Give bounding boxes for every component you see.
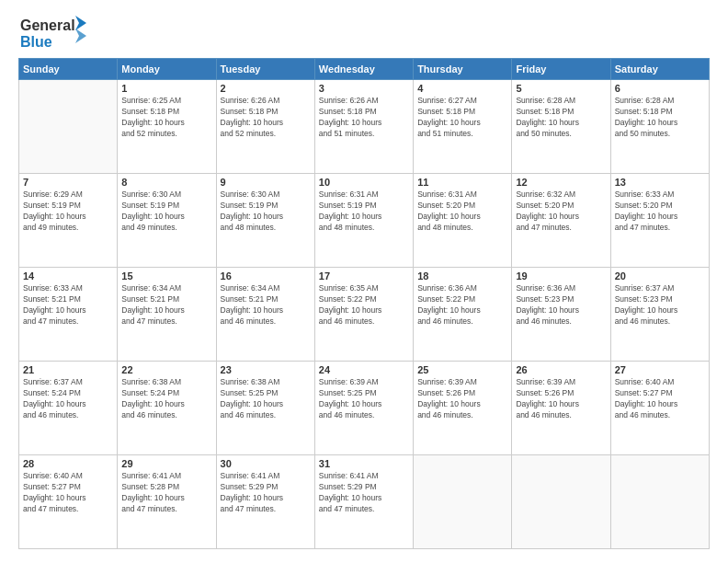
calendar-day-cell: 11Sunrise: 6:31 AM Sunset: 5:20 PM Dayli… <box>414 174 512 268</box>
day-info: Sunrise: 6:39 AM Sunset: 5:26 PM Dayligh… <box>516 377 606 421</box>
day-number: 27 <box>615 364 705 375</box>
calendar-week-row: 21Sunrise: 6:37 AM Sunset: 5:24 PM Dayli… <box>19 362 710 455</box>
day-info: Sunrise: 6:35 AM Sunset: 5:22 PM Dayligh… <box>319 283 409 327</box>
calendar-day-cell: 18Sunrise: 6:36 AM Sunset: 5:22 PM Dayli… <box>414 268 512 362</box>
calendar-day-cell: 13Sunrise: 6:33 AM Sunset: 5:20 PM Dayli… <box>610 174 709 268</box>
calendar-day-cell <box>414 455 512 549</box>
calendar-day-cell: 14Sunrise: 6:33 AM Sunset: 5:21 PM Dayli… <box>19 268 118 362</box>
logo-svg: GeneralBlue <box>18 14 92 51</box>
svg-text:General: General <box>20 17 75 33</box>
calendar-day-cell: 20Sunrise: 6:37 AM Sunset: 5:23 PM Dayli… <box>610 268 709 362</box>
calendar-day-cell: 4Sunrise: 6:27 AM Sunset: 5:18 PM Daylig… <box>414 80 512 174</box>
day-number: 28 <box>23 458 113 469</box>
day-info: Sunrise: 6:40 AM Sunset: 5:27 PM Dayligh… <box>615 377 705 421</box>
day-info: Sunrise: 6:26 AM Sunset: 5:18 PM Dayligh… <box>319 96 409 140</box>
day-info: Sunrise: 6:38 AM Sunset: 5:25 PM Dayligh… <box>221 377 311 421</box>
day-number: 17 <box>319 270 409 282</box>
day-info: Sunrise: 6:31 AM Sunset: 5:19 PM Dayligh… <box>319 190 409 234</box>
calendar-day-cell: 21Sunrise: 6:37 AM Sunset: 5:24 PM Dayli… <box>19 362 118 455</box>
calendar-header-row: SundayMondayTuesdayWednesdayThursdayFrid… <box>19 59 710 80</box>
day-number: 22 <box>121 364 211 375</box>
day-number: 2 <box>221 83 311 94</box>
page: GeneralBlue SundayMondayTuesdayWednesday… <box>0 0 728 563</box>
day-info: Sunrise: 6:36 AM Sunset: 5:23 PM Dayligh… <box>516 283 606 327</box>
calendar-day-cell: 29Sunrise: 6:41 AM Sunset: 5:28 PM Dayli… <box>118 455 216 549</box>
day-info: Sunrise: 6:29 AM Sunset: 5:19 PM Dayligh… <box>23 190 113 234</box>
calendar-table: SundayMondayTuesdayWednesdayThursdayFrid… <box>18 58 710 549</box>
calendar-day-cell: 10Sunrise: 6:31 AM Sunset: 5:19 PM Dayli… <box>314 174 413 268</box>
day-info: Sunrise: 6:25 AM Sunset: 5:18 PM Dayligh… <box>121 96 211 140</box>
day-info: Sunrise: 6:41 AM Sunset: 5:29 PM Dayligh… <box>319 471 409 515</box>
calendar-day-cell <box>512 455 610 549</box>
day-info: Sunrise: 6:37 AM Sunset: 5:24 PM Dayligh… <box>23 377 113 421</box>
calendar-day-header: Saturday <box>610 59 709 80</box>
calendar-day-cell: 1Sunrise: 6:25 AM Sunset: 5:18 PM Daylig… <box>118 80 216 174</box>
day-info: Sunrise: 6:38 AM Sunset: 5:24 PM Dayligh… <box>121 377 211 421</box>
day-number: 30 <box>221 458 311 469</box>
day-number: 19 <box>516 270 606 282</box>
day-info: Sunrise: 6:39 AM Sunset: 5:26 PM Dayligh… <box>417 377 507 421</box>
calendar-day-cell: 24Sunrise: 6:39 AM Sunset: 5:25 PM Dayli… <box>314 362 413 455</box>
calendar-day-cell: 27Sunrise: 6:40 AM Sunset: 5:27 PM Dayli… <box>610 362 709 455</box>
calendar-day-cell: 3Sunrise: 6:26 AM Sunset: 5:18 PM Daylig… <box>314 80 413 174</box>
calendar-day-cell: 8Sunrise: 6:30 AM Sunset: 5:19 PM Daylig… <box>118 174 216 268</box>
day-info: Sunrise: 6:28 AM Sunset: 5:18 PM Dayligh… <box>516 96 606 140</box>
day-info: Sunrise: 6:30 AM Sunset: 5:19 PM Dayligh… <box>221 190 311 234</box>
day-info: Sunrise: 6:28 AM Sunset: 5:18 PM Dayligh… <box>615 96 705 140</box>
day-number: 20 <box>615 270 705 282</box>
calendar-day-cell: 23Sunrise: 6:38 AM Sunset: 5:25 PM Dayli… <box>216 362 314 455</box>
svg-marker-3 <box>75 29 86 43</box>
day-info: Sunrise: 6:31 AM Sunset: 5:20 PM Dayligh… <box>417 190 507 234</box>
day-info: Sunrise: 6:39 AM Sunset: 5:25 PM Dayligh… <box>319 377 409 421</box>
day-number: 5 <box>516 83 606 94</box>
day-info: Sunrise: 6:36 AM Sunset: 5:22 PM Dayligh… <box>417 283 507 327</box>
day-number: 21 <box>23 364 113 375</box>
day-number: 11 <box>417 177 507 188</box>
svg-marker-2 <box>75 16 86 30</box>
day-number: 1 <box>121 83 211 94</box>
day-number: 15 <box>121 270 211 282</box>
calendar-day-header: Friday <box>512 59 610 80</box>
calendar-day-header: Monday <box>118 59 216 80</box>
calendar-week-row: 1Sunrise: 6:25 AM Sunset: 5:18 PM Daylig… <box>19 80 710 174</box>
calendar-day-cell: 16Sunrise: 6:34 AM Sunset: 5:21 PM Dayli… <box>216 268 314 362</box>
day-number: 14 <box>23 270 113 282</box>
calendar-day-cell: 9Sunrise: 6:30 AM Sunset: 5:19 PM Daylig… <box>216 174 314 268</box>
calendar-day-cell <box>19 80 118 174</box>
day-info: Sunrise: 6:34 AM Sunset: 5:21 PM Dayligh… <box>221 283 311 327</box>
calendar-day-cell: 15Sunrise: 6:34 AM Sunset: 5:21 PM Dayli… <box>118 268 216 362</box>
logo: GeneralBlue <box>18 14 92 51</box>
day-info: Sunrise: 6:32 AM Sunset: 5:20 PM Dayligh… <box>516 190 606 234</box>
svg-text:Blue: Blue <box>20 34 52 50</box>
day-number: 24 <box>319 364 409 375</box>
day-number: 6 <box>615 83 705 94</box>
calendar-week-row: 28Sunrise: 6:40 AM Sunset: 5:27 PM Dayli… <box>19 455 710 549</box>
header: GeneralBlue <box>18 14 710 51</box>
day-number: 10 <box>319 177 409 188</box>
calendar-day-cell: 22Sunrise: 6:38 AM Sunset: 5:24 PM Dayli… <box>118 362 216 455</box>
calendar-week-row: 7Sunrise: 6:29 AM Sunset: 5:19 PM Daylig… <box>19 174 710 268</box>
calendar-day-cell: 19Sunrise: 6:36 AM Sunset: 5:23 PM Dayli… <box>512 268 610 362</box>
day-number: 23 <box>221 364 311 375</box>
day-info: Sunrise: 6:33 AM Sunset: 5:20 PM Dayligh… <box>615 190 705 234</box>
day-number: 29 <box>121 458 211 469</box>
day-number: 18 <box>417 270 507 282</box>
day-number: 3 <box>319 83 409 94</box>
calendar-day-cell: 2Sunrise: 6:26 AM Sunset: 5:18 PM Daylig… <box>216 80 314 174</box>
day-info: Sunrise: 6:30 AM Sunset: 5:19 PM Dayligh… <box>121 190 211 234</box>
calendar-day-header: Sunday <box>19 59 118 80</box>
day-number: 25 <box>417 364 507 375</box>
day-info: Sunrise: 6:41 AM Sunset: 5:28 PM Dayligh… <box>121 471 211 515</box>
day-info: Sunrise: 6:40 AM Sunset: 5:27 PM Dayligh… <box>23 471 113 515</box>
calendar-day-header: Thursday <box>414 59 512 80</box>
calendar-day-cell: 26Sunrise: 6:39 AM Sunset: 5:26 PM Dayli… <box>512 362 610 455</box>
day-info: Sunrise: 6:41 AM Sunset: 5:29 PM Dayligh… <box>221 471 311 515</box>
day-number: 12 <box>516 177 606 188</box>
calendar-day-cell: 7Sunrise: 6:29 AM Sunset: 5:19 PM Daylig… <box>19 174 118 268</box>
day-number: 7 <box>23 177 113 188</box>
calendar-day-cell: 31Sunrise: 6:41 AM Sunset: 5:29 PM Dayli… <box>314 455 413 549</box>
day-number: 8 <box>121 177 211 188</box>
calendar-day-header: Wednesday <box>314 59 413 80</box>
day-info: Sunrise: 6:34 AM Sunset: 5:21 PM Dayligh… <box>121 283 211 327</box>
day-info: Sunrise: 6:27 AM Sunset: 5:18 PM Dayligh… <box>417 96 507 140</box>
